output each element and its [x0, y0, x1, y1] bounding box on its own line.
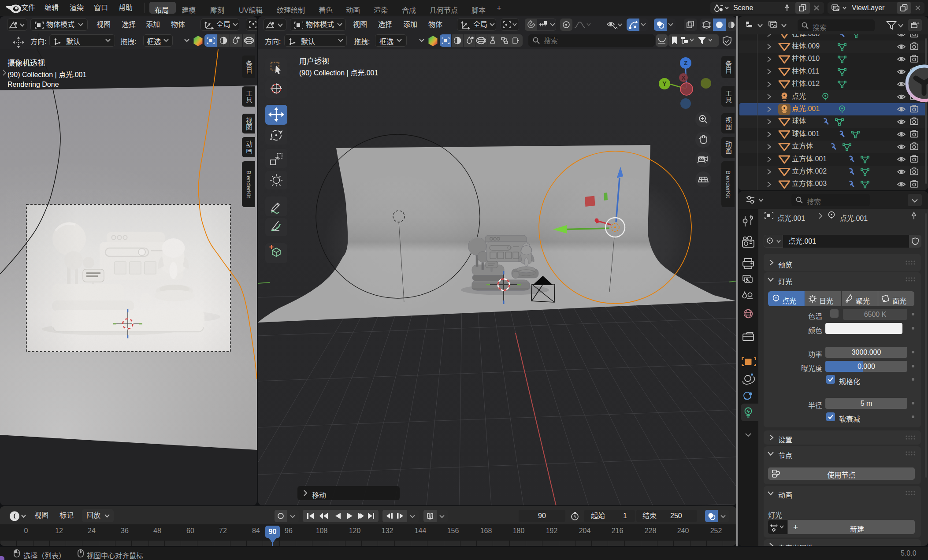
svg-text:Y: Y	[662, 80, 667, 87]
svg-text:Z: Z	[684, 59, 688, 67]
svg-text:X: X	[682, 74, 686, 81]
